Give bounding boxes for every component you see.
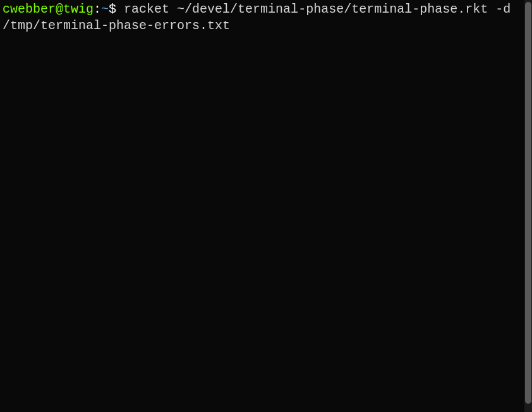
terminal-output[interactable]: cwebber@twig:~$ racket ~/devel/terminal-…	[0, 0, 523, 412]
command-line: cwebber@twig:~$ racket ~/devel/terminal-…	[3, 1, 521, 34]
user-host-prompt: cwebber@twig	[3, 2, 94, 16]
prompt-symbol: $	[109, 2, 116, 16]
scrollbar-thumb[interactable]	[525, 2, 531, 404]
scrollbar-track[interactable]	[524, 0, 532, 412]
current-path: ~	[101, 2, 109, 16]
prompt-colon: :	[94, 2, 101, 16]
